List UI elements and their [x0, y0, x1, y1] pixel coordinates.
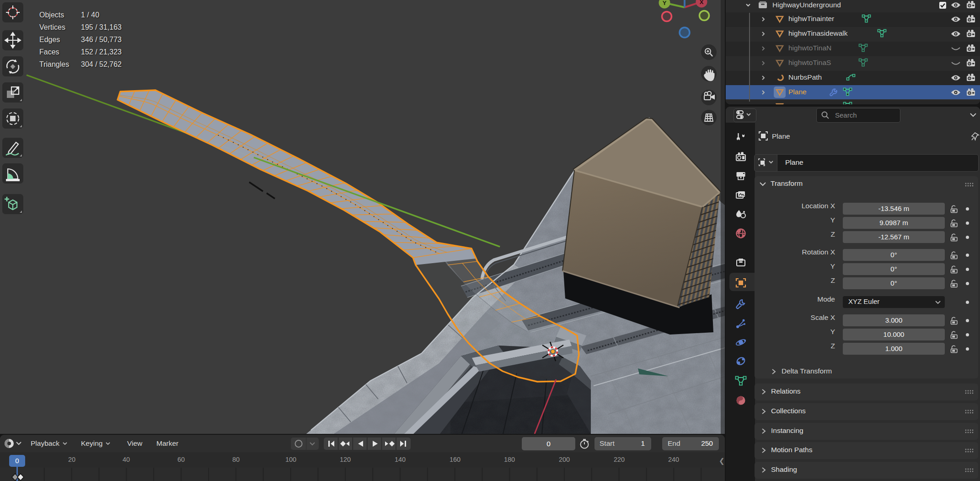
svg-text:X: X: [700, 0, 704, 5]
svg-text:Y: Y: [663, 0, 667, 6]
